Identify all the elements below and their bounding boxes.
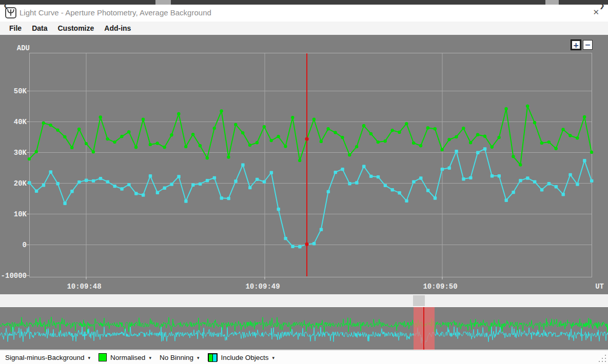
- include-objects-label: Include Objects: [221, 354, 269, 361]
- background-window-segment: [155, 0, 171, 5]
- status-bar: Signal-minus-Background ▾ Normalised ▾ N…: [0, 350, 608, 364]
- normalisation-label: Normalised: [110, 354, 145, 361]
- objects-color-swatch: [208, 353, 218, 361]
- minimap-cursor-line: [423, 307, 424, 350]
- scrollbar-thumb[interactable]: [413, 295, 425, 306]
- title-bar: Light Curve - Aperture Photometry, Avera…: [0, 5, 608, 22]
- light-curve-chart-area[interactable]: [0, 35, 608, 294]
- scroll-left-arrow-icon[interactable]: ❮: [3, 2, 9, 9]
- scroll-right-arrow-icon[interactable]: ❯: [599, 2, 605, 9]
- chevron-down-icon: ▾: [272, 355, 275, 360]
- reduction-mode-dropdown[interactable]: Signal-minus-Background ▾: [5, 354, 90, 361]
- menu-bar: File Data Customize Add-ins: [0, 22, 608, 35]
- object2-color: [212, 354, 217, 362]
- chevron-down-icon: ▾: [149, 355, 151, 360]
- object1-color: [208, 354, 212, 362]
- window-title: Light Curve - Aperture Photometry, Avera…: [19, 8, 211, 17]
- menu-customize[interactable]: Customize: [52, 24, 99, 32]
- binning-label: No Binning: [160, 354, 193, 361]
- chevron-down-icon: ▾: [88, 355, 91, 360]
- menu-file[interactable]: File: [4, 24, 27, 32]
- background-window-edge: [0, 0, 608, 5]
- horizontal-scrollbar[interactable]: [0, 294, 608, 307]
- include-objects-dropdown[interactable]: Include Objects ▾: [208, 353, 275, 361]
- menu-data[interactable]: Data: [27, 24, 52, 32]
- minimap-selection-region[interactable]: [414, 307, 435, 350]
- normalisation-dropdown[interactable]: Normalised ▾: [99, 353, 151, 361]
- normalisation-color-swatch: [99, 353, 107, 361]
- reduction-mode-label: Signal-minus-Background: [5, 354, 85, 361]
- binning-dropdown[interactable]: No Binning ▾: [160, 354, 200, 361]
- menu-add-ins[interactable]: Add-ins: [99, 24, 136, 32]
- background-window-segment: [545, 0, 559, 5]
- zoom-out-button[interactable]: −: [583, 40, 593, 50]
- window-resize-grip[interactable]: [599, 355, 606, 362]
- full-lightcurve-minimap[interactable]: [0, 307, 608, 350]
- chevron-down-icon: ▾: [197, 355, 200, 360]
- zoom-in-button[interactable]: +: [571, 40, 581, 50]
